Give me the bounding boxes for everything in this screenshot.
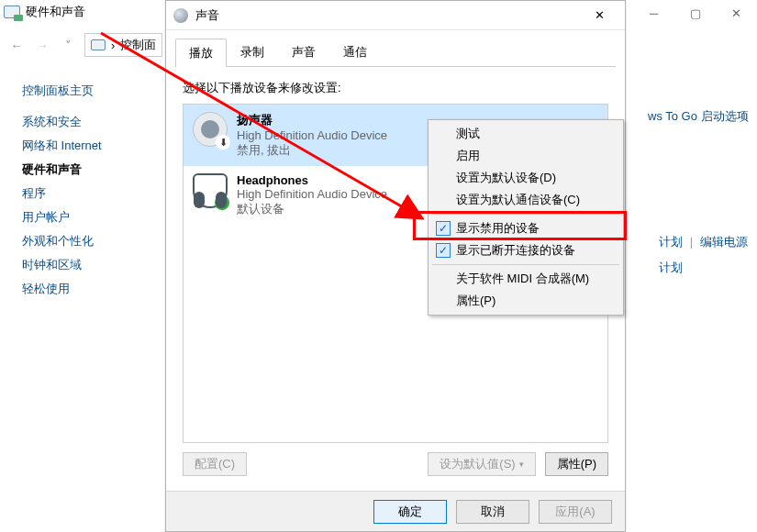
context-item[interactable]: 关于软件 MIDI 合成器(M): [430, 268, 621, 290]
breadcrumb-text: 控制面: [120, 37, 156, 53]
configure-button[interactable]: 配置(C): [183, 452, 247, 476]
cp-title-text: 硬件和声音: [26, 4, 85, 20]
close-button[interactable]: ✕: [716, 0, 757, 26]
sidebar-item[interactable]: 系统和安全: [22, 110, 150, 134]
device-name: 扬声器: [237, 112, 387, 128]
chevron-down-icon: ▾: [519, 460, 524, 469]
headphones-icon: ✓: [193, 173, 228, 208]
speaker-icon: ⬇: [193, 112, 228, 147]
disabled-badge-icon: ⬇: [216, 135, 230, 150]
window-controls: ─ ▢ ✕: [633, 0, 757, 26]
default-badge-icon: ✓: [215, 195, 229, 210]
right-partial-link[interactable]: ws To Go 启动选项: [648, 108, 749, 125]
tab[interactable]: 播放: [175, 39, 227, 67]
context-item[interactable]: ✓显示已断开连接的设备: [430, 239, 621, 261]
context-item[interactable]: 设置为默认设备(D): [430, 167, 621, 189]
set-default-button[interactable]: 设为默认值(S) ▾: [428, 452, 535, 476]
context-separator: [432, 214, 619, 215]
cancel-button[interactable]: 取消: [456, 500, 529, 524]
context-item[interactable]: 属性(P): [430, 290, 621, 312]
properties-button[interactable]: 属性(P): [545, 452, 608, 476]
maximize-button[interactable]: ▢: [674, 0, 716, 26]
sidebar-item[interactable]: 用户帐户: [22, 205, 150, 229]
sound-icon: [173, 8, 188, 23]
breadcrumb[interactable]: › 控制面: [84, 33, 162, 57]
up-button[interactable]: ˅: [59, 36, 77, 54]
link-sep: |: [686, 235, 696, 249]
back-button[interactable]: ←: [7, 36, 26, 54]
device-driver: High Definition Audio Device: [237, 128, 387, 142]
device-status: 禁用, 拔出: [237, 142, 387, 159]
device-driver: High Definition Audio Device: [237, 187, 387, 201]
context-menu: 测试启用设置为默认设备(D)设置为默认通信设备(C)✓显示禁用的设备✓显示已断开…: [428, 119, 624, 316]
ok-button[interactable]: 确定: [373, 500, 447, 524]
hardware-icon: [4, 6, 20, 18]
tab[interactable]: 通信: [329, 38, 381, 66]
dialog-title: 声音: [195, 7, 219, 24]
sidebar-item[interactable]: 程序: [22, 182, 150, 205]
device-status: 默认设备: [237, 201, 387, 217]
context-item[interactable]: 测试: [430, 123, 621, 145]
tab[interactable]: 声音: [278, 38, 329, 66]
context-separator: [432, 264, 619, 265]
cp-title: 硬件和声音: [4, 4, 85, 20]
context-item[interactable]: ✓显示禁用的设备: [430, 217, 621, 239]
minimize-button[interactable]: ─: [633, 0, 674, 26]
instruction-text: 选择以下播放设备来修改设置:: [183, 80, 608, 96]
link-plan[interactable]: 计划: [659, 235, 683, 249]
apply-button[interactable]: 应用(A): [539, 500, 612, 524]
tab[interactable]: 录制: [227, 38, 278, 66]
dialog-close-button[interactable]: ✕: [583, 5, 616, 27]
context-item[interactable]: 设置为默认通信设备(C): [430, 189, 621, 211]
sidebar-item[interactable]: 硬件和声音: [22, 158, 150, 182]
sidebar-item[interactable]: 外观和个性化: [22, 229, 150, 253]
address-bar: ← → ˅ › 控制面: [7, 33, 162, 57]
sidebar-item[interactable]: 时钟和区域: [22, 253, 150, 277]
sidebar-item[interactable]: 网络和 Internet: [22, 134, 150, 158]
breadcrumb-sep: ›: [111, 39, 115, 52]
sidebar-home[interactable]: 控制面板主页: [22, 79, 150, 103]
device-name: Headphones: [237, 173, 387, 187]
check-icon: ✓: [436, 221, 451, 236]
check-icon: ✓: [436, 243, 451, 258]
context-item[interactable]: 启用: [430, 145, 621, 167]
folder-icon: [91, 39, 106, 50]
forward-button[interactable]: →: [33, 36, 51, 54]
sidebar-item[interactable]: 轻松使用: [22, 277, 150, 301]
sidebar: 控制面板主页 系统和安全网络和 Internet硬件和声音程序用户帐户外观和个性…: [22, 79, 150, 301]
